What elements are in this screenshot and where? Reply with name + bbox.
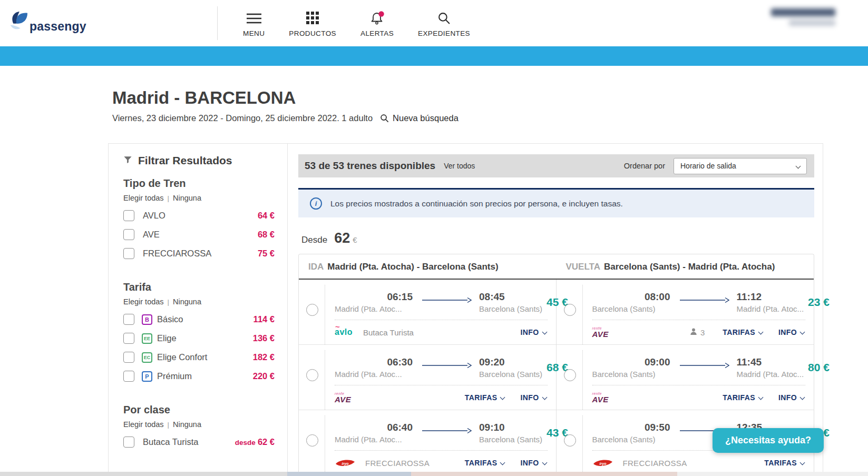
new-search-link[interactable]: Nueva búsqueda [393,113,459,123]
page-title: Madrid - BARCELONA [112,88,868,108]
filter-option-price: 114 € [253,314,275,324]
sort-select[interactable]: Horario de salida [674,158,807,174]
select-none-link[interactable]: Ninguna [173,420,201,429]
price-prefix: desde [235,439,256,447]
filter-option-price: 75 € [258,249,275,259]
filter-option-label: Elige Confort [157,352,207,362]
checkbox[interactable] [123,314,134,325]
tarifas-link[interactable]: TARIFAS [723,328,763,336]
info-link[interactable]: INFO [520,328,546,336]
filter-option-price: 64 € [258,211,275,221]
page-bottom-edge [0,472,868,476]
select-none-link[interactable]: Ninguna [173,298,201,306]
brand-zone: passengy [0,6,218,40]
checkbox[interactable] [123,371,134,382]
outbound-direction-label: IDA [308,262,324,272]
chevron-down-icon [500,460,505,465]
filter-option: BBásico114 € [123,314,275,325]
page-head: Madrid - BARCELONA Viernes, 23 diciembre… [112,88,868,123]
svg-text:iryo: iryo [599,461,607,465]
outbound-header: IDAMadrid (Pta. Atocha) - Barcelona (San… [299,254,557,279]
filters-sidebar: Filtrar Resultados Tipo de TrenElegir to… [109,144,288,476]
departure-station: Barcelona (Sants) [592,370,671,379]
sort-value: Horario de salida [680,162,736,170]
departure-station: Barcelona (Sants) [592,435,671,444]
filter-option-label: Butaca Turista [143,437,198,447]
train-price: 23 € [804,296,830,309]
passenger-number: 3 [700,328,705,337]
checkbox[interactable] [123,229,134,240]
checkbox[interactable] [123,333,134,344]
fare-badge: B [142,314,152,325]
select-none-link[interactable]: Ninguna [173,194,201,202]
user-account-redacted[interactable] [756,8,835,34]
info-link[interactable]: INFO [520,459,546,467]
filter-option-price: 182 € [253,352,275,362]
nav-item-productos[interactable]: PRODUCTOS [289,9,336,37]
select-all-link[interactable]: Elegir todas [123,298,164,306]
tarifas-link[interactable]: TARIFAS [465,393,505,402]
top-bar: passengy MENUPRODUCTOSALERTASEXPEDIENTES [0,0,868,46]
nav-item-label: ALERTAS [360,29,394,37]
brand-logo[interactable]: passengy [6,11,86,36]
radio-button[interactable] [306,434,318,447]
filter-option-price: desde62 € [235,437,275,447]
filter-option-label: Elige [157,333,177,343]
fare-badge: EE [142,333,152,344]
results-count: 53 de 53 trenes disponibles [305,160,435,172]
nav-item-alertas[interactable]: ALERTAS [360,9,394,37]
divider: | [168,298,169,306]
arrival-leg: 11:45Madrid (Pta. Atoc... [737,356,804,379]
departure-time: 08:00 [645,291,671,303]
departure-time: 09:50 [645,422,671,433]
radio-button[interactable] [306,304,318,316]
checkbox[interactable] [123,248,134,259]
checkbox[interactable] [123,210,134,221]
nav-item-label: PRODUCTOS [289,29,336,37]
filter-option: EEElige136 € [123,333,275,344]
filter-section-title: Tarifa [123,281,275,293]
person-icon [689,328,698,338]
help-button[interactable]: ¿Necesitas ayuda? [713,428,824,453]
checkbox[interactable] [123,437,134,448]
route-arrow-icon [422,427,472,436]
info-link[interactable]: INFO [778,393,804,402]
arrival-station: Madrid (Pta. Atoc... [737,304,804,313]
iryo-logo: iryo [335,459,356,468]
chevron-down-icon [542,395,547,400]
chevron-down-icon [800,460,805,465]
results-bar: 53 de 53 trenes disponibles Ver todos Or… [298,154,814,177]
info-link[interactable]: INFO [520,393,546,402]
nav-item-menu[interactable]: MENU [243,9,265,37]
svg-text:iryo: iryo [342,461,349,465]
filter-option-label: FRECCIAROSSA [143,249,211,259]
select-all-link[interactable]: Elegir todas [123,194,164,202]
radio-button[interactable] [564,434,576,447]
tarifas-link[interactable]: TARIFAS [764,459,804,467]
return-direction-label: VUELTA [566,262,600,272]
info-link[interactable]: INFO [778,328,804,336]
filter-select-links: Elegir todas|Ninguna [123,420,275,429]
departure-leg: 09:00Barcelona (Sants) [592,356,671,379]
avlo-tilde-mark: ~ [335,322,340,331]
radio-button[interactable] [306,369,318,381]
route-arrow-icon [422,361,472,371]
bell-icon [369,9,385,27]
checkbox[interactable] [123,352,134,363]
departure-leg: 09:50Barcelona (Sants) [592,422,671,444]
view-all-link[interactable]: Ver todos [444,162,475,170]
select-all-link[interactable]: Elegir todas [123,420,164,429]
from-price-row: Desde 62 € [301,230,814,246]
ave-logo: renfeAVE [335,392,351,403]
chevron-down-icon [796,163,801,168]
train-row: 06:15Madrid (Pta. Atoc...08:45Barcelona … [299,280,556,345]
radio-button[interactable] [564,304,576,316]
filter-option: PPrémium220 € [123,371,275,382]
search-icon [380,114,389,123]
nav-item-expedientes[interactable]: EXPEDIENTES [418,9,470,37]
radio-button[interactable] [564,369,576,381]
tarifas-link[interactable]: TARIFAS [723,393,763,402]
filter-option-price: 136 € [253,333,275,343]
tarifas-link[interactable]: TARIFAS [465,459,505,467]
arrival-time: 08:45 [479,291,542,303]
